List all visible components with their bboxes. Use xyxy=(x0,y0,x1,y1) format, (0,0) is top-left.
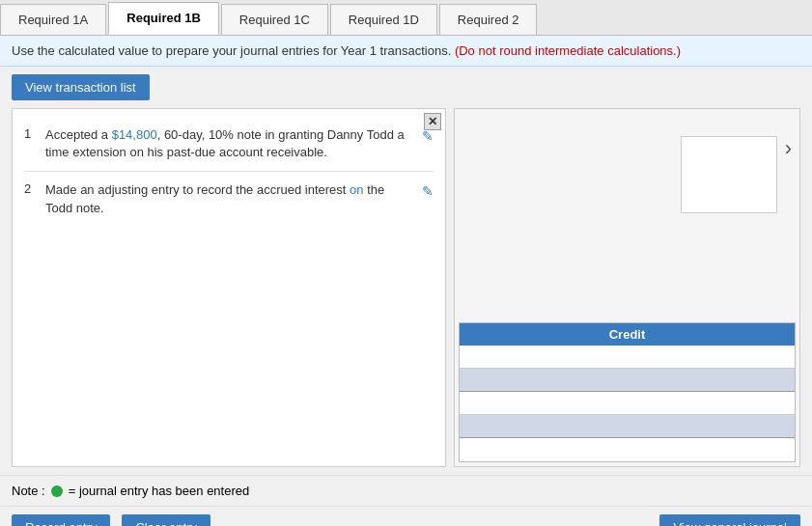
tab-required-1c[interactable]: Required 1C xyxy=(221,4,328,35)
credit-input-3[interactable] xyxy=(460,392,795,414)
credit-input-5[interactable] xyxy=(460,438,795,461)
transaction-num-1: 1 xyxy=(24,126,38,141)
credit-row-2[interactable] xyxy=(460,369,795,392)
tab-required-1b[interactable]: Required 1B xyxy=(108,2,219,35)
transaction-item-2: 2 Made an adjusting entry to record the … xyxy=(20,172,437,226)
view-transaction-button[interactable]: View transaction list xyxy=(12,74,150,100)
credit-row-3[interactable] xyxy=(460,392,795,415)
tab-required-2[interactable]: Required 2 xyxy=(439,4,538,35)
edit-icon-1[interactable]: ✎ xyxy=(422,128,434,144)
edit-icon-2[interactable]: ✎ xyxy=(422,183,434,199)
right-panel-top: › xyxy=(455,109,799,318)
info-bar: Use the calculated value to prepare your… xyxy=(0,36,812,67)
credit-input-4[interactable] xyxy=(460,415,795,437)
credit-section: Credit xyxy=(459,322,796,462)
record-entry-button[interactable]: Record entry xyxy=(12,514,110,526)
clear-entry-button[interactable]: Clear entry xyxy=(122,514,210,526)
chevron-right-btn[interactable]: › xyxy=(785,117,792,161)
credit-header: Credit xyxy=(460,323,795,346)
tab-bar: Required 1A Required 1B Required 1C Requ… xyxy=(0,0,812,36)
transaction-num-2: 2 xyxy=(24,181,38,196)
tab-required-1a[interactable]: Required 1A xyxy=(0,4,106,35)
debit-input[interactable] xyxy=(682,137,776,212)
transaction-text-2: Made an adjusting entry to record the ac… xyxy=(45,181,414,216)
note-prefix: Note : xyxy=(12,484,45,498)
credit-row-5[interactable] xyxy=(460,438,795,461)
info-text: Use the calculated value to prepare your… xyxy=(12,43,451,58)
credit-row-1[interactable] xyxy=(460,346,795,369)
transaction-text-1: Accepted a $14,800, 60-day, 10% note in … xyxy=(45,126,414,161)
info-warning: (Do not round intermediate calculations.… xyxy=(455,43,681,58)
debit-input-area[interactable] xyxy=(681,136,777,213)
amount-link[interactable]: $14,800 xyxy=(112,127,157,142)
view-transaction-bar: View transaction list xyxy=(0,67,812,108)
journal-entry-panel: › Credit xyxy=(454,108,800,467)
transaction-list-panel: ✕ 1 Accepted a $14,800, 60-day, 10% note… xyxy=(12,108,446,467)
transaction-item-1: 1 Accepted a $14,800, 60-day, 10% note i… xyxy=(20,117,437,171)
note-text: = journal entry has been entered xyxy=(69,484,250,498)
green-dot-icon xyxy=(51,485,63,497)
main-content: ✕ 1 Accepted a $14,800, 60-day, 10% note… xyxy=(0,108,812,475)
bottom-bar: Record entry Clear entry View general jo… xyxy=(0,506,812,526)
credit-row-4[interactable] xyxy=(460,415,795,438)
note-bar: Note : = journal entry has been entered xyxy=(0,475,812,506)
on-link[interactable]: on xyxy=(350,182,363,197)
tab-required-1d[interactable]: Required 1D xyxy=(330,4,437,35)
close-button[interactable]: ✕ xyxy=(424,113,441,130)
credit-input-1[interactable] xyxy=(460,346,795,368)
credit-input-2[interactable] xyxy=(460,369,795,391)
view-general-journal-button[interactable]: View general journal xyxy=(659,514,800,526)
chevron-right-icon[interactable]: › xyxy=(785,136,792,160)
